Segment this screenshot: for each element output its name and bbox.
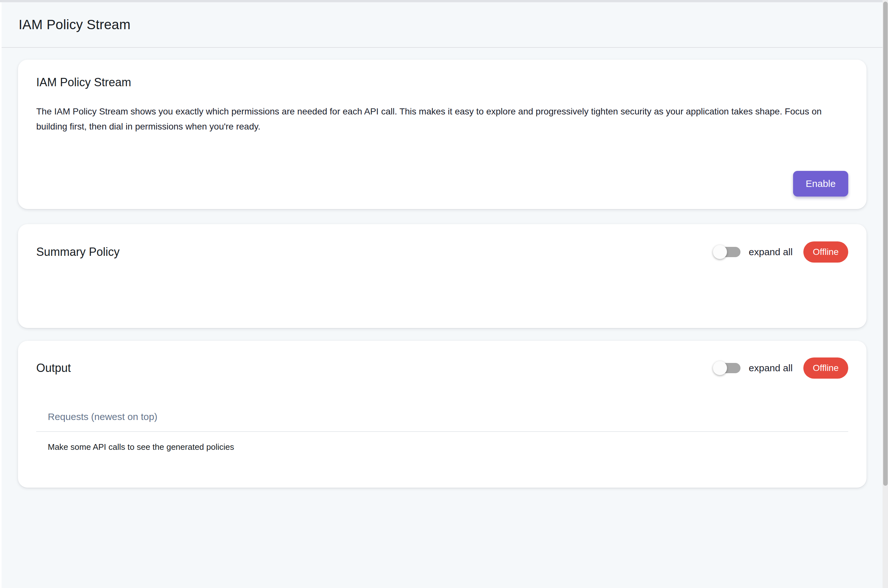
summary-policy-card: Summary Policy expand all Offline: [18, 224, 867, 328]
browser-top-strip: [0, 0, 882, 2]
output-heading: Output: [36, 362, 714, 375]
output-status-badge: Offline: [803, 357, 848, 379]
summary-status-badge: Offline: [803, 242, 848, 262]
output-header-row: Output expand all Offline: [36, 341, 848, 379]
scrollbar-track[interactable]: [882, 0, 888, 588]
scrollbar-thumb[interactable]: [883, 2, 888, 486]
intro-card-heading: IAM Policy Stream: [36, 60, 848, 89]
summary-policy-header-row: Summary Policy expand all Offline: [36, 224, 848, 262]
page-header: IAM Policy Stream: [2, 2, 882, 48]
intro-card-actions: Enable: [36, 171, 848, 209]
toggle-knob: [713, 361, 727, 375]
requests-divider: [36, 431, 848, 432]
summary-policy-heading: Summary Policy: [36, 245, 714, 259]
enable-button[interactable]: Enable: [793, 171, 848, 196]
window-left-edge: [0, 2, 2, 588]
summary-expand-all-toggle[interactable]: [714, 247, 741, 257]
main-content: IAM Policy Stream The IAM Policy Stream …: [2, 60, 882, 488]
output-expand-all-label: expand all: [749, 363, 793, 374]
iam-policy-stream-page: IAM Policy Stream IAM Policy Stream The …: [2, 2, 882, 588]
toggle-knob: [713, 245, 727, 259]
output-card: Output expand all Offline Requests (newe…: [18, 341, 867, 488]
intro-card: IAM Policy Stream The IAM Policy Stream …: [18, 60, 867, 209]
page-title: IAM Policy Stream: [19, 17, 130, 32]
requests-section-heading: Requests (newest on top): [48, 411, 848, 422]
output-expand-all-toggle[interactable]: [714, 363, 741, 373]
requests-empty-message: Make some API calls to see the generated…: [48, 442, 848, 452]
intro-card-description: The IAM Policy Stream shows you exactly …: [36, 104, 840, 134]
summary-expand-all-label: expand all: [749, 246, 793, 258]
